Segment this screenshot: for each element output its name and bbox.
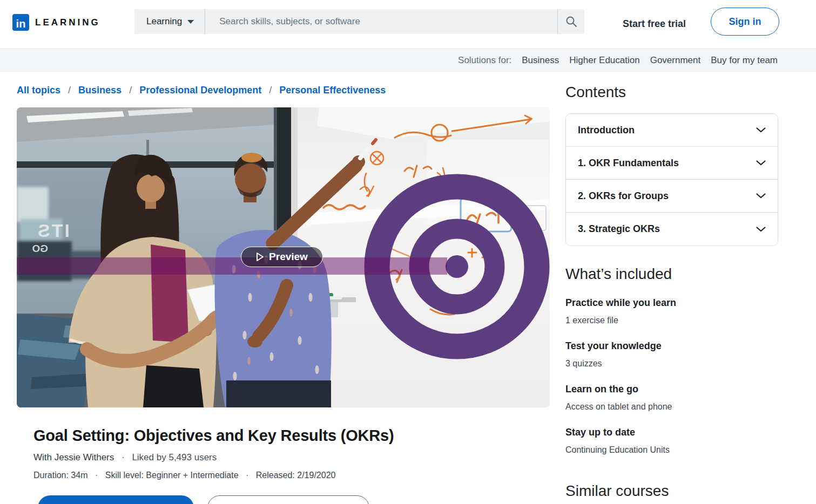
contents-section-okrs-for-groups[interactable]: 2. OKRs for Groups — [566, 180, 778, 213]
svg-text:ITS: ITS — [36, 220, 70, 241]
purple-band-overlay — [17, 257, 447, 275]
contents-section-introduction[interactable]: Introduction — [566, 114, 778, 147]
included-item-title: Learn on the go — [565, 383, 778, 395]
search-category-dropdown[interactable]: Learning — [134, 9, 205, 34]
search-button[interactable] — [557, 9, 584, 34]
dot-separator: · — [95, 471, 98, 480]
chevron-down-icon — [756, 227, 766, 232]
linkedin-learning-course-page: in LEARNING Learning Start free trial Si… — [0, 0, 816, 504]
solutions-label: Solutions for: — [458, 55, 511, 66]
course-byline: With Jessie Withers · Liked by 5,493 use… — [33, 452, 217, 463]
included-item-detail: 3 quizzes — [565, 358, 778, 369]
similar-courses-heading: Similar courses — [565, 482, 669, 500]
course-hero: ITS GO — [17, 107, 550, 407]
solutions-link-business[interactable]: Business — [522, 55, 559, 66]
play-icon — [256, 252, 264, 262]
search-icon — [565, 16, 577, 28]
svg-text:GO: GO — [32, 243, 48, 254]
course-author: With Jessie Withers — [33, 452, 114, 462]
breadcrumb-business[interactable]: Business — [78, 85, 122, 96]
logo-in-text: in — [16, 18, 26, 29]
top-nav: in LEARNING Learning Start free trial Si… — [0, 0, 816, 49]
primary-action-button[interactable] — [38, 495, 194, 504]
search-bar: Learning — [134, 9, 584, 34]
course-released: Released: 2/19/2020 — [256, 471, 336, 480]
contents-section-strategic-okrs[interactable]: 3. Strategic OKRs — [566, 213, 778, 246]
chevron-down-icon — [756, 160, 766, 166]
breadcrumb-all-topics[interactable]: All topics — [17, 85, 60, 96]
included-item-detail: Access on tablet and phone — [565, 401, 778, 412]
search-category-label: Learning — [146, 16, 182, 27]
breadcrumb-separator: / — [68, 85, 71, 96]
secondary-action-button[interactable] — [207, 495, 369, 504]
preview-label: Preview — [269, 251, 308, 263]
breadcrumb: All topics / Business / Professional Dev… — [17, 85, 386, 96]
included-item-detail: 1 exercise file — [565, 315, 778, 326]
search-input[interactable] — [205, 9, 557, 34]
breadcrumb-professional-development[interactable]: Professional Development — [139, 85, 261, 96]
course-meta: Duration: 34m · Skill level: Beginner + … — [33, 471, 335, 480]
dot-separator: · — [246, 471, 248, 480]
contents-accordion: Introduction 1. OKR Fundamentals 2. OKRs… — [565, 113, 778, 246]
included-item-detail: Continuing Education Units — [565, 445, 778, 455]
course-duration: Duration: 34m — [33, 471, 88, 480]
contents-section-okr-fundamentals[interactable]: 1. OKR Fundamentals — [566, 147, 778, 180]
chevron-down-icon — [756, 127, 766, 133]
start-free-trial-link[interactable]: Start free trial — [623, 15, 686, 32]
product-name: LEARNING — [35, 17, 100, 28]
solutions-link-government[interactable]: Government — [650, 55, 701, 66]
solutions-bar: Solutions for: Business Higher Education… — [0, 49, 816, 72]
breadcrumb-separator: / — [129, 85, 132, 96]
whats-included-heading: What’s included — [565, 265, 672, 283]
chevron-down-icon — [187, 20, 194, 24]
dot-separator: · — [122, 452, 125, 462]
breadcrumb-personal-effectiveness[interactable]: Personal Effectiveness — [279, 85, 386, 96]
solutions-link-higher-education[interactable]: Higher Education — [569, 55, 639, 66]
included-item-title: Stay up to date — [565, 426, 778, 438]
brand[interactable]: in LEARNING — [12, 14, 100, 31]
whats-included-list: Practice while you learn 1 exercise file… — [565, 297, 778, 469]
chevron-down-icon — [756, 193, 766, 199]
course-skill-level: Skill level: Beginner + Intermediate — [105, 471, 239, 480]
preview-button[interactable]: Preview — [241, 247, 323, 267]
linkedin-logo-icon: in — [12, 14, 29, 31]
contents-heading: Contents — [565, 84, 626, 101]
included-item-title: Practice while you learn — [565, 297, 778, 309]
page-title: Goal Setting: Objectives and Key Results… — [33, 427, 394, 445]
sign-in-button[interactable]: Sign in — [711, 8, 779, 36]
breadcrumb-separator: / — [269, 85, 272, 96]
included-item-title: Test your knowledge — [565, 340, 778, 352]
solutions-link-buy-for-my-team[interactable]: Buy for my team — [711, 55, 778, 66]
course-likes: Liked by 5,493 users — [132, 452, 217, 462]
